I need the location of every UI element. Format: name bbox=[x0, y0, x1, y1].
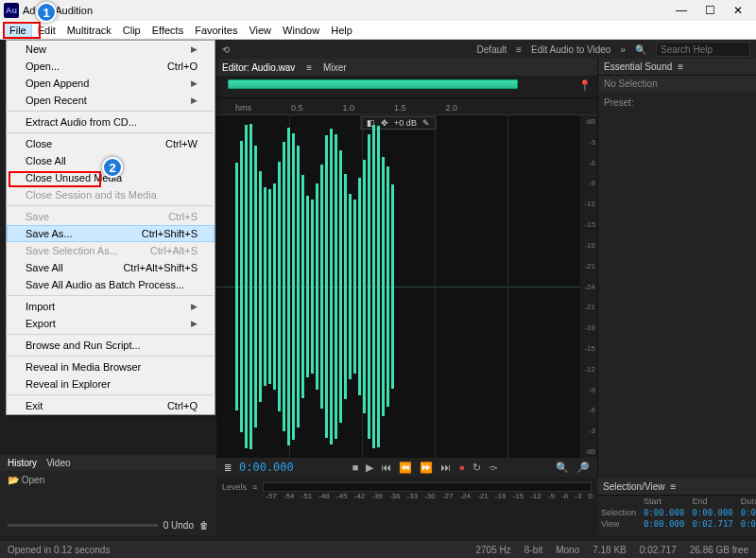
history-item[interactable]: 📂 Open bbox=[8, 475, 209, 485]
view-end[interactable]: 0:02.717 bbox=[688, 518, 736, 530]
levels-menu-icon[interactable]: ≡ bbox=[252, 482, 257, 492]
menu-window[interactable]: Window bbox=[277, 23, 325, 38]
trash-icon[interactable]: 🗑 bbox=[199, 520, 209, 531]
db-scale: dB-3-6-9-12-15-18-21-24-21-18-15-12-9-6-… bbox=[580, 115, 597, 458]
panel-menu-icon[interactable]: ≡ bbox=[678, 61, 683, 72]
history-slider[interactable] bbox=[8, 524, 158, 527]
menu-bar: File Edit Multitrack Clip Effects Favori… bbox=[0, 21, 756, 40]
view-dur[interactable]: 0:02.717 bbox=[737, 518, 756, 530]
workspace-bar: ⟲ Default ≡ Edit Audio to Video » 🔍 bbox=[216, 40, 756, 59]
search-icon: 🔍 bbox=[635, 44, 646, 55]
close-button[interactable]: ✕ bbox=[724, 1, 752, 20]
play-button[interactable]: ▶ bbox=[366, 462, 373, 474]
essential-sound-panel: Essential Sound ≡ No Selection Preset: bbox=[597, 59, 756, 497]
pin-icon[interactable]: 📍 bbox=[578, 79, 592, 92]
essential-sound-title: Essential Sound bbox=[604, 61, 672, 72]
sel-dur[interactable]: 0:00.000 bbox=[737, 507, 756, 518]
ruler-tick: 1.5 bbox=[394, 103, 406, 113]
menu-item-save-all-audio-as-batch-process-[interactable]: Save All Audio as Batch Process... bbox=[7, 276, 215, 293]
menu-item-open-append[interactable]: Open Append▶ bbox=[7, 75, 215, 92]
search-input[interactable] bbox=[656, 42, 750, 57]
selview-title: Selection/View bbox=[603, 481, 664, 492]
transport-menu-icon[interactable]: ≣ bbox=[224, 462, 232, 473]
menu-item-browse-and-run-script-[interactable]: Browse and Run Script... bbox=[7, 337, 215, 354]
workspace-task[interactable]: Edit Audio to Video bbox=[531, 44, 610, 55]
menu-icon[interactable]: ≡ bbox=[516, 44, 522, 55]
workspace-default[interactable]: Default bbox=[477, 44, 507, 55]
menu-multitrack[interactable]: Multitrack bbox=[61, 23, 117, 38]
time-ruler[interactable]: hms 0.5 1.0 1.5 2.0 bbox=[216, 98, 597, 115]
editor-tab[interactable]: Editor: Audio.wav bbox=[222, 62, 295, 73]
menu-view[interactable]: View bbox=[243, 23, 277, 38]
loop-button[interactable]: ↻ bbox=[472, 462, 481, 474]
window-title: Adobe Audition bbox=[23, 5, 667, 16]
menu-item-close[interactable]: CloseCtrl+W bbox=[7, 135, 215, 152]
preset-label: Preset: bbox=[604, 97, 750, 108]
next-button[interactable]: ⏭ bbox=[440, 462, 451, 473]
annotation-marker-2: 2 bbox=[102, 157, 123, 178]
tab-menu-icon[interactable]: ≡ bbox=[306, 62, 312, 73]
menu-item-export[interactable]: Export▶ bbox=[7, 315, 215, 332]
menu-item-extract-audio-from-cd-[interactable]: Extract Audio from CD... bbox=[7, 113, 215, 131]
status-free: 26.86 GB free bbox=[690, 545, 748, 555]
stop-button[interactable]: ■ bbox=[352, 462, 359, 473]
menu-item-reveal-in-media-browser[interactable]: Reveal in Media Browser bbox=[7, 358, 215, 375]
menu-file[interactable]: File bbox=[4, 23, 32, 38]
menu-effects[interactable]: Effects bbox=[146, 23, 189, 38]
history-panel: History Video 📂 Open 0 Undo 🗑 bbox=[0, 455, 216, 535]
maximize-button[interactable]: ☐ bbox=[696, 1, 724, 20]
menu-item-open-[interactable]: Open...Ctrl+O bbox=[7, 58, 215, 75]
overview-strip[interactable]: 📍 bbox=[216, 76, 597, 98]
status-hz: 2705 Hz bbox=[475, 545, 510, 555]
sel-start[interactable]: 0:00.000 bbox=[640, 507, 688, 518]
skip-button[interactable]: ⤼ bbox=[489, 462, 497, 474]
col-duration: Duration bbox=[737, 496, 756, 507]
history-item-label: Open bbox=[22, 475, 44, 485]
menu-item-save-as-[interactable]: Save As...Ctrl+Shift+S bbox=[7, 225, 215, 242]
menu-item-save-all[interactable]: Save AllCtrl+Alt+Shift+S bbox=[7, 259, 215, 276]
essential-state: No Selection bbox=[598, 76, 756, 92]
menu-item-open-recent[interactable]: Open Recent▶ bbox=[7, 92, 215, 109]
status-duration: 0:02.717 bbox=[640, 545, 677, 555]
minimize-button[interactable]: — bbox=[667, 1, 696, 20]
menu-item-reveal-in-explorer[interactable]: Reveal in Explorer bbox=[7, 375, 215, 392]
forward-button[interactable]: ⏩ bbox=[420, 462, 433, 474]
col-end: End bbox=[688, 496, 736, 507]
mixer-tab[interactable]: Mixer bbox=[323, 62, 346, 73]
hud-pen-icon[interactable]: ✎ bbox=[422, 118, 430, 128]
panel-menu-icon[interactable]: ≡ bbox=[670, 481, 676, 492]
waveform-display[interactable]: ◧ ✥ +0 dB ✎ bbox=[216, 115, 580, 458]
levels-label: Levels bbox=[222, 482, 247, 492]
status-channels: Mono bbox=[556, 545, 579, 555]
expand-icon[interactable]: » bbox=[620, 44, 626, 55]
menu-favorites[interactable]: Favorites bbox=[189, 23, 243, 38]
history-tab[interactable]: History bbox=[8, 458, 37, 468]
menu-item-save-selection-as-: Save Selection As...Ctrl+Alt+S bbox=[7, 242, 215, 259]
menu-edit[interactable]: Edit bbox=[32, 23, 61, 38]
ruler-tick: 0.5 bbox=[291, 103, 303, 113]
sel-end[interactable]: 0:00.000 bbox=[688, 507, 736, 518]
levels-panel: Levels ≡ -57-54-51-48-45-42-39-36-33-30-… bbox=[216, 477, 597, 497]
zoom-in-icon[interactable]: 🔍 bbox=[556, 462, 569, 474]
col-start: Start bbox=[640, 496, 688, 507]
waveform bbox=[235, 115, 405, 458]
selection-view-panel: Selection/View ≡ StartEndDuration Select… bbox=[597, 479, 756, 535]
menu-clip[interactable]: Clip bbox=[117, 23, 146, 38]
video-tab[interactable]: Video bbox=[46, 458, 70, 468]
annotation-marker-1: 1 bbox=[36, 2, 57, 23]
zoom-out-icon[interactable]: 🔎 bbox=[576, 462, 590, 474]
menu-item-import[interactable]: Import▶ bbox=[7, 298, 215, 315]
overview-waveform bbox=[228, 79, 518, 89]
undo-count: 0 Undo bbox=[163, 520, 194, 531]
menu-item-exit[interactable]: ExitCtrl+Q bbox=[7, 397, 215, 414]
record-button[interactable]: ● bbox=[458, 462, 465, 473]
menu-help[interactable]: Help bbox=[325, 23, 358, 38]
menu-item-new[interactable]: New▶ bbox=[7, 41, 215, 58]
file-menu-dropdown: New▶Open...Ctrl+OOpen Append▶Open Recent… bbox=[6, 40, 215, 415]
view-start[interactable]: 0:00.000 bbox=[640, 518, 688, 530]
menu-item-save: SaveCtrl+S bbox=[7, 208, 215, 225]
status-bar: Opened in 0.12 seconds 2705 Hz 8-bit Mon… bbox=[0, 541, 756, 558]
rewind-button[interactable]: ⏪ bbox=[399, 462, 412, 474]
prev-button[interactable]: ⏮ bbox=[381, 462, 391, 473]
tool-icon[interactable]: ⟲ bbox=[222, 44, 230, 55]
